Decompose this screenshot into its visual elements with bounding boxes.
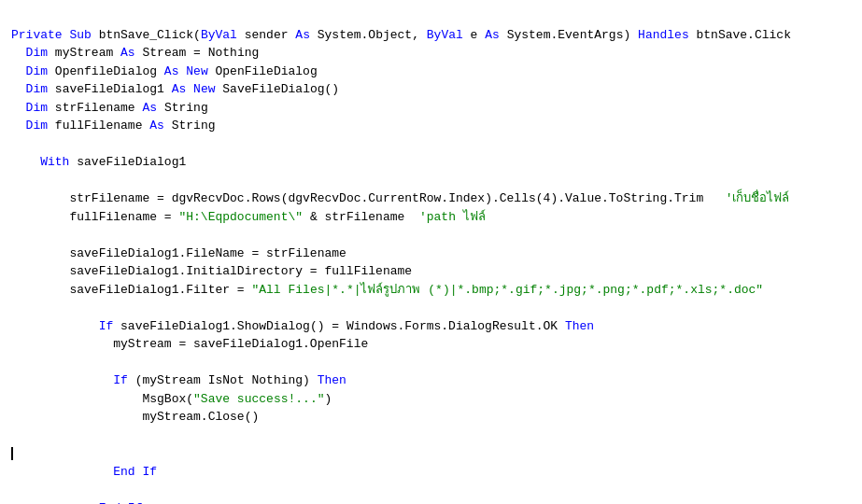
cursor-line [11, 446, 13, 460]
line-24: End If [11, 465, 157, 479]
line-11: fullFilename = "H:\Eqpdocument\" & strFi… [11, 210, 486, 224]
line-10: strFilename = dgvRecvDoc.Rows(dgvRecvDoc… [11, 191, 789, 205]
line-20: If (myStream IsNot Nothing) Then [11, 373, 346, 387]
line-1: Private Sub btnSave_Click(ByVal sender A… [11, 28, 791, 42]
line-5: Dim strFilename As String [11, 101, 208, 115]
line-13: saveFileDialog1.FileName = strFilename [11, 246, 346, 260]
line-15: saveFileDialog1.Filter = "All Files|*.*|… [11, 283, 763, 297]
line-14: saveFileDialog1.InitialDirectory = fullF… [11, 264, 412, 278]
line-6: Dim fullFilename As String [11, 119, 216, 133]
line-3: Dim OpenfileDialog As New OpenFileDialog [11, 64, 318, 78]
line-2: Dim myStream As Stream = Nothing [11, 46, 259, 60]
line-17: If saveFileDialog1.ShowDialog() = Window… [11, 319, 594, 333]
line-22: myStream.Close() [11, 410, 259, 424]
line-18: myStream = saveFileDialog1.OpenFile [11, 337, 368, 351]
line-21: MsgBox("Save success!...") [11, 392, 332, 406]
code-editor[interactable]: Private Sub btnSave_Click(ByVal sender A… [0, 0, 862, 504]
line-4: Dim saveFileDialog1 As New SaveFileDialo… [11, 82, 339, 96]
line-26: End If [11, 501, 142, 505]
line-8: With saveFileDialog1 [11, 155, 186, 169]
